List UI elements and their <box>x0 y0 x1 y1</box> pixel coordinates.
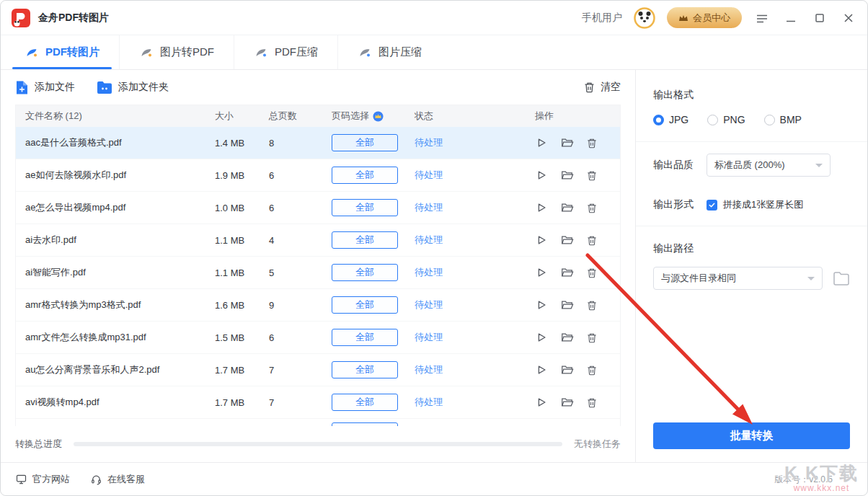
tab-image-to-pdf-icon <box>139 45 154 60</box>
delete-icon[interactable] <box>586 332 598 344</box>
header-status: 状态 <box>415 110 535 123</box>
user-label[interactable]: 手机用户 <box>582 12 622 25</box>
delete-icon[interactable] <box>586 397 598 409</box>
browse-folder-icon[interactable] <box>833 271 850 286</box>
table-row[interactable]: amr文件怎么转换成mp31.pdf 1.5 MB 6 全部 待处理 <box>16 322 620 354</box>
tab-bar: PDF转图片 图片转PDF PDF压缩 图片压缩 <box>1 35 867 70</box>
add-file-button[interactable]: 添加文件 <box>15 80 75 95</box>
delete-icon[interactable] <box>586 267 598 279</box>
radio-png[interactable]: PNG <box>707 114 745 125</box>
play-icon[interactable] <box>535 169 548 182</box>
clear-list-button[interactable]: 清空 <box>583 81 621 94</box>
batch-convert-button[interactable]: 批量转换 <box>653 422 850 449</box>
headset-icon <box>90 474 102 485</box>
stitch-long-image-checkbox[interactable]: 拼接成1张竖屏长图 <box>707 198 803 211</box>
online-service-link[interactable]: 在线客服 <box>90 473 145 486</box>
status-bar: 官方网站 在线客服 版本号：v2.0.5 <box>1 462 867 496</box>
play-icon[interactable] <box>535 363 548 376</box>
panda-badge-icon[interactable] <box>634 7 655 29</box>
delete-icon[interactable] <box>586 234 598 247</box>
play-icon[interactable] <box>535 136 548 149</box>
table-row-partial[interactable]: 全部 <box>16 419 620 426</box>
play-icon[interactable] <box>535 234 548 247</box>
quality-dropdown[interactable]: 标准品质 (200%) <box>707 154 831 177</box>
delete-icon[interactable] <box>586 169 598 182</box>
file-list-panel: 添加文件 添加文件夹 清空 文件名称 (12) <box>1 70 636 462</box>
settings-panel: 输出格式 JPG PNG BMP 输 <box>636 70 867 462</box>
open-folder-icon[interactable] <box>560 298 574 311</box>
delete-icon[interactable] <box>586 137 598 149</box>
page-select-button[interactable]: 全部 <box>332 296 398 314</box>
page-select-button[interactable]: 全部 <box>332 361 398 378</box>
play-icon[interactable] <box>535 298 548 311</box>
page-select-button[interactable]: 全部 <box>332 264 398 281</box>
file-size: 1.9 MB <box>215 170 269 181</box>
table-row[interactable]: aac是什么音频格式.pdf 1.4 MB 8 全部 待处理 <box>16 127 620 159</box>
tab-image-compress[interactable]: 图片压缩 <box>337 35 441 69</box>
version-text: 版本号：v2.0.5 <box>774 474 853 486</box>
file-size: 1.7 MB <box>215 365 269 376</box>
page-select-button[interactable]: 全部 <box>332 231 398 249</box>
open-folder-icon[interactable] <box>560 363 574 376</box>
radio-dot <box>653 115 664 125</box>
tab-pdf-to-image[interactable]: PDF转图片 <box>5 35 119 69</box>
page-select-button[interactable]: 全部 <box>332 199 398 216</box>
title-bar: 金舟PDF转图片 手机用户 会员中心 <box>1 1 867 35</box>
page-select-button[interactable]: 全部 <box>332 394 398 411</box>
table-row[interactable]: amr格式转换为mp3格式.pdf 1.6 MB 9 全部 待处理 <box>16 289 620 322</box>
file-size: 1.1 MB <box>215 235 269 246</box>
play-icon[interactable] <box>535 331 548 344</box>
radio-bmp[interactable]: BMP <box>764 114 802 125</box>
menu-icon[interactable] <box>753 9 771 27</box>
output-path-label: 输出路径 <box>653 242 850 255</box>
play-icon[interactable] <box>535 396 548 409</box>
file-name: ai智能写作.pdf <box>16 266 215 279</box>
page-select-button[interactable]: 全部 <box>332 134 398 151</box>
table-row[interactable]: ae怎么导出视频mp4.pdf 1.0 MB 6 全部 待处理 <box>16 192 620 224</box>
file-name: amr格式转换为mp3格式.pdf <box>16 298 215 311</box>
open-folder-icon[interactable] <box>560 331 574 344</box>
delete-icon[interactable] <box>586 202 598 214</box>
delete-icon[interactable] <box>586 364 598 376</box>
output-form-label: 输出形式 <box>653 198 694 211</box>
table-row[interactable]: ai智能写作.pdf 1.1 MB 5 全部 待处理 <box>16 257 620 289</box>
table-row[interactable]: ai去水印.pdf 1.1 MB 4 全部 待处理 <box>16 224 620 257</box>
tab-image-to-pdf[interactable]: 图片转PDF <box>119 35 234 69</box>
page-select-button[interactable]: 全部 <box>332 167 398 184</box>
status-text: 待处理 <box>415 137 443 148</box>
add-folder-button[interactable]: 添加文件夹 <box>97 81 169 94</box>
maximize-icon[interactable] <box>811 9 828 27</box>
file-name: ae怎么导出视频mp4.pdf <box>16 201 215 214</box>
radio-dot <box>764 115 775 125</box>
page-count: 7 <box>269 365 332 376</box>
file-name: aac是什么音频格式.pdf <box>16 136 215 149</box>
tab-pdf-compress[interactable]: PDF压缩 <box>234 35 337 69</box>
table-row[interactable]: avi视频转mp4.pdf 1.7 MB 7 全部 待处理 <box>16 386 620 419</box>
official-site-link[interactable]: 官方网站 <box>15 473 70 486</box>
open-folder-icon[interactable] <box>560 234 574 247</box>
table-row[interactable]: au怎么分离背景音乐和人声2.pdf 1.7 MB 7 全部 待处理 <box>16 354 620 386</box>
quality-value: 标准品质 (200%) <box>714 159 785 172</box>
open-folder-icon[interactable] <box>560 136 574 149</box>
file-toolbar: 添加文件 添加文件夹 清空 <box>1 70 635 105</box>
status-text: 待处理 <box>415 234 443 245</box>
status-text: 待处理 <box>415 332 443 342</box>
open-folder-icon[interactable] <box>560 201 574 214</box>
open-folder-icon[interactable] <box>560 169 574 182</box>
open-folder-icon[interactable] <box>560 266 574 279</box>
delete-icon[interactable] <box>586 299 598 311</box>
page-select-button[interactable]: 全部 <box>332 329 398 346</box>
page-count: 8 <box>269 138 332 149</box>
minimize-icon[interactable] <box>782 9 800 27</box>
radio-jpg[interactable]: JPG <box>653 114 688 125</box>
crown-icon <box>678 14 688 22</box>
vip-center-button[interactable]: 会员中心 <box>667 7 742 28</box>
file-size: 1.5 MB <box>215 332 269 343</box>
play-icon[interactable] <box>535 266 548 279</box>
open-folder-icon[interactable] <box>560 396 574 409</box>
path-dropdown[interactable]: 与源文件目录相同 <box>653 267 823 290</box>
play-icon[interactable] <box>535 201 548 214</box>
trash-icon <box>583 81 595 94</box>
table-row[interactable]: ae如何去除视频水印.pdf 1.9 MB 6 全部 待处理 <box>16 159 620 192</box>
close-icon[interactable] <box>840 9 857 27</box>
